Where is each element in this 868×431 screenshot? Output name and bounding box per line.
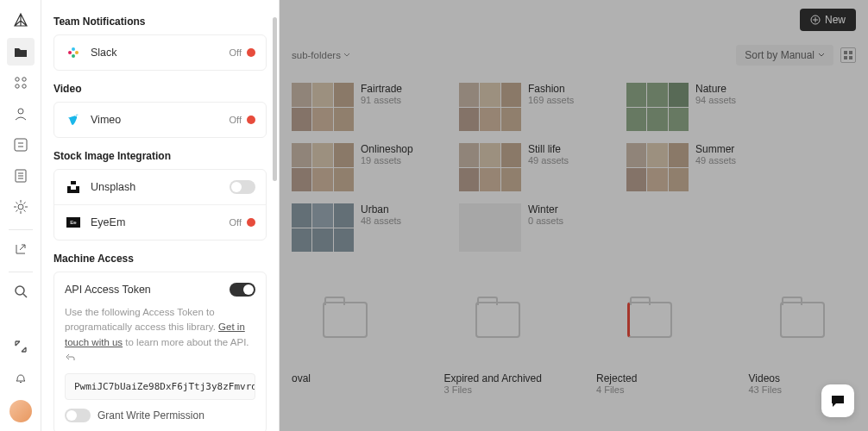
tile-subtitle: 49 assets bbox=[528, 155, 614, 166]
section-machine: Machine Access bbox=[53, 253, 267, 265]
status-dot-icon bbox=[247, 116, 255, 124]
expand-icon[interactable] bbox=[7, 333, 35, 360]
folder-tile[interactable]: Rejected4 Files bbox=[596, 281, 704, 395]
toggle-api-token[interactable] bbox=[230, 283, 255, 297]
row-label: EyeEm bbox=[91, 216, 230, 228]
folder-icon bbox=[780, 302, 825, 338]
search-icon[interactable] bbox=[7, 278, 35, 305]
row-slack[interactable]: Slack Off bbox=[54, 35, 266, 70]
asset-collection-tile[interactable]: Summer49 assets bbox=[626, 143, 782, 191]
svg-rect-13 bbox=[71, 181, 76, 184]
status-dot-icon bbox=[247, 48, 255, 57]
tile-subtitle: 49 assets bbox=[695, 155, 782, 166]
tile-title: Winter bbox=[528, 203, 614, 216]
svg-rect-10 bbox=[72, 47, 75, 51]
folder-tile[interactable]: Videos43 Files bbox=[749, 281, 857, 395]
tile-subtitle: 0 assets bbox=[528, 216, 614, 226]
tile-subtitle: 94 assets bbox=[695, 95, 782, 105]
settings-panel: Team Notifications Slack Off Video Vimeo… bbox=[41, 0, 280, 431]
row-unsplash[interactable]: Unsplash bbox=[54, 170, 266, 204]
tile-title: Fashion bbox=[528, 83, 614, 95]
svg-rect-17 bbox=[844, 56, 847, 59]
chat-widget[interactable] bbox=[821, 384, 854, 417]
folder-title: oval bbox=[292, 372, 311, 384]
asset-collection-tile[interactable]: Onlineshop19 assets bbox=[292, 143, 447, 191]
svg-rect-12 bbox=[72, 54, 75, 58]
svg-point-8 bbox=[16, 286, 24, 295]
folder-icon[interactable] bbox=[7, 38, 35, 66]
asset-collection-tile[interactable]: Winter0 assets bbox=[459, 203, 614, 252]
asset-collection-tile[interactable]: Still life49 assets bbox=[459, 143, 614, 191]
toggle-unsplash[interactable] bbox=[230, 180, 255, 194]
svg-point-3 bbox=[22, 84, 25, 88]
api-token-field[interactable]: PwmiJC7bUaiZe98DxF6jTtj3y8zFmvrdhG8Ad bbox=[65, 373, 255, 400]
section-stock: Stock Image Integration bbox=[53, 150, 267, 162]
svg-rect-16 bbox=[849, 51, 852, 54]
subfolders-dropdown[interactable]: sub-folders bbox=[292, 50, 350, 60]
person-icon[interactable] bbox=[7, 100, 35, 128]
gear-icon[interactable] bbox=[7, 193, 35, 221]
list-icon[interactable] bbox=[7, 162, 35, 190]
users-grid-icon[interactable] bbox=[7, 69, 35, 97]
asset-collection-tile[interactable]: Nature94 assets bbox=[626, 83, 782, 131]
row-label: Slack bbox=[91, 47, 230, 59]
logo-icon[interactable] bbox=[7, 7, 35, 34]
tile-subtitle: 48 assets bbox=[361, 216, 447, 226]
bell-icon[interactable] bbox=[7, 364, 35, 391]
row-label: Unsplash bbox=[91, 181, 230, 193]
new-button[interactable]: New bbox=[800, 9, 856, 31]
write-permission-label: Grant Write Permission bbox=[97, 409, 204, 422]
grid-view-icon[interactable] bbox=[840, 47, 856, 63]
svg-point-4 bbox=[18, 109, 23, 114]
dashboard-icon[interactable] bbox=[7, 131, 35, 159]
scrollbar[interactable] bbox=[273, 17, 277, 181]
asset-collection-tile[interactable]: Fairtrade91 assets bbox=[292, 83, 447, 131]
folder-icon bbox=[475, 302, 520, 338]
row-vimeo[interactable]: Vimeo Off bbox=[54, 103, 266, 137]
tile-subtitle: 19 assets bbox=[361, 155, 447, 166]
row-label: Vimeo bbox=[91, 114, 230, 126]
api-title: API Access Token bbox=[65, 284, 151, 296]
status-off: Off bbox=[230, 115, 242, 125]
tile-title: Urban bbox=[361, 203, 447, 216]
folder-subtitle: 3 Files bbox=[444, 384, 472, 395]
svg-rect-9 bbox=[68, 51, 72, 54]
folder-title: Videos bbox=[749, 372, 780, 384]
section-video: Video bbox=[53, 83, 267, 95]
status-dot-icon bbox=[247, 218, 255, 227]
status-off: Off bbox=[230, 217, 242, 228]
asset-collection-tile[interactable]: Urban48 assets bbox=[292, 203, 447, 252]
tile-title: Summer bbox=[695, 143, 782, 155]
slack-icon bbox=[65, 44, 82, 61]
folder-tile[interactable]: oval bbox=[292, 281, 399, 395]
folder-subtitle: 4 Files bbox=[596, 384, 624, 395]
svg-point-1 bbox=[22, 78, 25, 81]
avatar[interactable] bbox=[9, 400, 32, 422]
folder-tile[interactable]: Expired and Archived3 Files bbox=[444, 281, 552, 395]
toggle-write-permission[interactable] bbox=[65, 409, 91, 422]
row-eyeem[interactable]: Ee EyeEm Off bbox=[54, 204, 266, 240]
svg-rect-11 bbox=[75, 51, 79, 54]
svg-rect-18 bbox=[849, 56, 852, 59]
tile-subtitle: 169 assets bbox=[528, 95, 614, 105]
export-icon[interactable] bbox=[7, 235, 35, 263]
folder-title: Expired and Archived bbox=[444, 372, 542, 384]
svg-point-0 bbox=[15, 78, 18, 81]
tile-title: Still life bbox=[528, 143, 614, 155]
api-description: Use the following Access Token to progra… bbox=[65, 305, 255, 365]
tile-subtitle: 91 assets bbox=[361, 95, 447, 105]
eyeem-icon: Ee bbox=[65, 214, 82, 231]
svg-rect-15 bbox=[844, 51, 847, 54]
vimeo-icon bbox=[65, 111, 82, 128]
folder-icon bbox=[323, 302, 368, 338]
folder-title: Rejected bbox=[596, 372, 637, 384]
sort-dropdown[interactable]: Sort by Manual bbox=[736, 45, 833, 66]
svg-point-2 bbox=[15, 84, 18, 88]
asset-collection-tile[interactable]: Fashion169 assets bbox=[459, 83, 614, 131]
main-content: New sub-folders Sort by Manual Fairtrade… bbox=[280, 0, 868, 431]
sidebar bbox=[0, 0, 41, 431]
svg-rect-5 bbox=[15, 139, 27, 151]
folder-subtitle: 43 Files bbox=[749, 384, 783, 395]
unsplash-icon bbox=[65, 178, 82, 196]
svg-point-7 bbox=[18, 204, 23, 209]
